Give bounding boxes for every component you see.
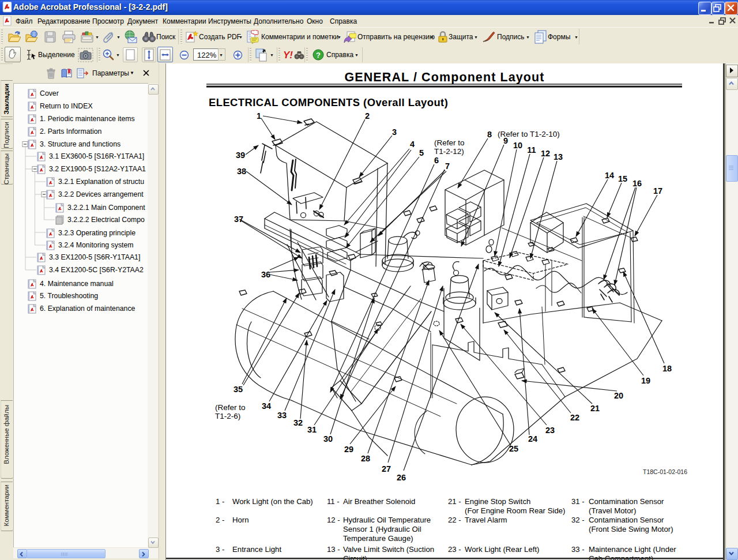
svg-text:Engine Stop Switch: Engine Stop Switch	[465, 497, 530, 506]
svg-text:23 -: 23 -	[448, 545, 461, 554]
svg-text:39: 39	[236, 151, 245, 160]
svg-text:31 -: 31 -	[571, 497, 585, 506]
svg-text:24: 24	[528, 434, 537, 444]
svg-text:30: 30	[323, 434, 333, 444]
svg-text:Air Breather Solenoid: Air Breather Solenoid	[343, 497, 415, 506]
svg-text:Contamination Sensor: Contamination Sensor	[589, 497, 664, 506]
svg-text:11 -: 11 -	[327, 497, 340, 506]
svg-text:16: 16	[632, 179, 642, 188]
svg-text:18: 18	[662, 364, 672, 373]
svg-text:19: 19	[641, 376, 650, 385]
svg-text:4: 4	[410, 140, 415, 149]
svg-text:2 -: 2 -	[216, 516, 224, 524]
svg-text:29: 29	[344, 445, 353, 454]
svg-text:(For Engine Room Rear Side): (For Engine Room Rear Side)	[465, 506, 565, 515]
svg-text:1 -: 1 -	[216, 497, 224, 506]
svg-text:(Refer to: (Refer to	[434, 138, 465, 147]
svg-text:28: 28	[361, 454, 370, 463]
svg-text:3 -: 3 -	[216, 545, 224, 554]
svg-text:Work Light (Rear Left): Work Light (Rear Left)	[465, 545, 539, 554]
svg-text:22: 22	[570, 413, 579, 422]
svg-text:T1-2-12): T1-2-12)	[434, 147, 464, 156]
svg-text:20: 20	[614, 391, 623, 400]
svg-text:Travel Alarm: Travel Alarm	[465, 516, 507, 524]
svg-text:8: 8	[487, 130, 492, 139]
svg-text:32 -: 32 -	[571, 516, 585, 524]
svg-text:12: 12	[541, 149, 550, 158]
svg-text:Sensor 1 (Hydraulic Oil: Sensor 1 (Hydraulic Oil	[343, 525, 421, 533]
svg-text:T18C-01-02-016: T18C-01-02-016	[643, 468, 687, 475]
svg-text:Hydraulic Oil Temperature: Hydraulic Oil Temperature	[343, 516, 431, 524]
svg-text:36: 36	[261, 270, 270, 279]
svg-text:23: 23	[545, 426, 555, 435]
svg-text:5: 5	[419, 148, 424, 157]
svg-text:(Travel Motor): (Travel Motor)	[589, 506, 636, 515]
svg-text:9: 9	[503, 136, 508, 145]
svg-text:15: 15	[618, 174, 627, 183]
svg-text:Valve Limit Switch (Suction: Valve Limit Switch (Suction	[343, 545, 434, 554]
svg-text:21: 21	[590, 404, 600, 413]
svg-text:Maintenance Light (Under: Maintenance Light (Under	[589, 545, 676, 554]
svg-text:Horn: Horn	[232, 516, 249, 524]
svg-text:26: 26	[397, 473, 406, 482]
svg-text:13: 13	[554, 152, 563, 161]
svg-text:Temperature Gauge): Temperature Gauge)	[343, 534, 413, 543]
svg-text:31: 31	[307, 425, 317, 434]
svg-text:1: 1	[257, 111, 261, 121]
svg-text:33 -: 33 -	[571, 545, 585, 554]
svg-text:Contamination Sensor: Contamination Sensor	[589, 516, 664, 524]
svg-text:3: 3	[392, 127, 397, 137]
svg-text:12 -: 12 -	[327, 516, 340, 524]
svg-text:7: 7	[445, 161, 450, 171]
svg-text:T1-2-6): T1-2-6)	[215, 412, 240, 420]
svg-text:ELECTRICAL COMPONENTS (Overall: ELECTRICAL COMPONENTS (Overall Layout)	[209, 96, 448, 108]
svg-text:Entrance Light: Entrance Light	[232, 545, 281, 554]
svg-text:21 -: 21 -	[448, 497, 461, 506]
svg-text:13 -: 13 -	[327, 545, 340, 554]
svg-text:10: 10	[513, 141, 522, 150]
svg-text:2: 2	[365, 111, 370, 121]
svg-text:35: 35	[234, 385, 243, 394]
svg-text:(Front Side Swing Motor): (Front Side Swing Motor)	[589, 525, 673, 533]
svg-text:22 -: 22 -	[448, 516, 461, 524]
svg-text:37: 37	[234, 215, 243, 224]
svg-text:Y!: Y!	[283, 50, 293, 61]
svg-text:32: 32	[293, 418, 303, 427]
svg-text:27: 27	[382, 464, 391, 473]
svg-text:Work Light (on the Cab): Work Light (on the Cab)	[232, 497, 313, 506]
svg-text:33: 33	[277, 411, 287, 420]
svg-text:?: ?	[316, 51, 321, 59]
svg-text:14: 14	[605, 171, 614, 180]
svg-text:34: 34	[262, 401, 271, 411]
svg-text:6: 6	[434, 156, 439, 165]
svg-text:(Refer to: (Refer to	[215, 403, 246, 412]
svg-text:38: 38	[237, 167, 246, 176]
svg-text:GENERAL / Component Layout: GENERAL / Component Layout	[344, 70, 544, 84]
svg-text:17: 17	[653, 186, 662, 196]
svg-text:11: 11	[527, 145, 536, 155]
